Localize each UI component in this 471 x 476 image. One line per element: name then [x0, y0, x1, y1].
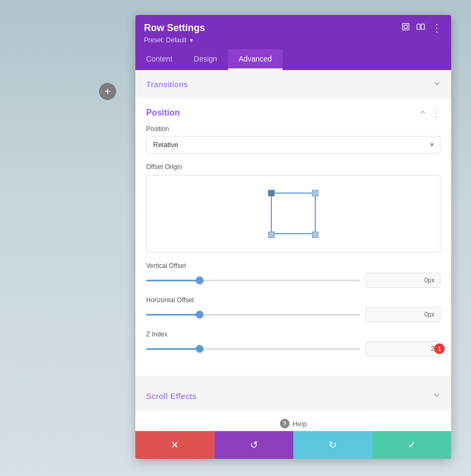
- position-more-icon[interactable]: ⋮: [431, 107, 440, 119]
- position-icons: ⋮: [419, 107, 440, 119]
- save-icon: ✓: [408, 439, 416, 451]
- vertical-offset-fill: [146, 280, 200, 281]
- svg-rect-0: [402, 24, 409, 30]
- panel-footer: ✕ ↺ ↻ ✓: [135, 431, 451, 459]
- redo-button[interactable]: ↻: [293, 431, 373, 459]
- z-index-input[interactable]: 2: [366, 341, 440, 356]
- add-element-button[interactable]: +: [99, 83, 116, 100]
- horizontal-offset-label: Horizontal Offset: [146, 296, 440, 304]
- position-section: Position ⋮ Position Static Relative Abso…: [135, 98, 451, 375]
- position-section-header: Position ⋮: [146, 98, 440, 125]
- horizontal-offset-track-bg: [146, 314, 360, 316]
- vertical-offset-row: Vertical Offset 0px: [146, 262, 440, 288]
- vertical-offset-slider-container: 0px: [146, 273, 440, 288]
- panel-header: Row Settings ⋮ Preset: Default: [135, 15, 451, 49]
- svg-rect-1: [404, 25, 407, 28]
- scroll-effects-chevron: [433, 391, 440, 401]
- horizontal-offset-thumb[interactable]: [196, 311, 203, 318]
- reset-button[interactable]: ↺: [215, 431, 294, 459]
- horizontal-offset-fill: [146, 314, 200, 316]
- vertical-offset-input[interactable]: 0px: [366, 273, 440, 288]
- tabs: Content Design Advanced: [135, 49, 451, 70]
- position-select-wrapper: Static Relative Absolute Fixed Sticky ▼: [146, 136, 440, 153]
- help-row[interactable]: ? Help: [135, 410, 451, 431]
- offset-origin-label: Offset Origin: [146, 163, 440, 171]
- scroll-effects-title: Scroll Effects: [146, 391, 196, 401]
- grid-border: [271, 193, 316, 234]
- header-icons: ⋮: [401, 21, 443, 34]
- preset-arrow: ▼: [188, 37, 194, 43]
- reset-icon: ↺: [250, 439, 258, 451]
- position-grid[interactable]: [267, 190, 320, 238]
- columns-icon[interactable]: [416, 22, 425, 33]
- z-index-badge: 1: [434, 343, 445, 354]
- more-options-icon[interactable]: ⋮: [431, 21, 443, 34]
- cancel-icon: ✕: [171, 439, 179, 451]
- z-index-fill: [146, 348, 200, 350]
- panel-content: Transitions Position ⋮: [135, 70, 451, 431]
- tab-advanced[interactable]: Advanced: [228, 49, 283, 70]
- section-gap: [135, 375, 451, 382]
- transitions-header[interactable]: Transitions: [135, 70, 451, 98]
- z-index-row: Z Index 2 1: [146, 331, 440, 356]
- horizontal-offset-track[interactable]: [146, 309, 360, 320]
- z-index-track-bg: [146, 348, 360, 350]
- settings-panel: Row Settings ⋮ Preset: Default: [135, 15, 451, 459]
- panel-header-top: Row Settings ⋮: [144, 21, 443, 34]
- tab-design[interactable]: Design: [183, 49, 228, 70]
- grid-handle-bottom-left[interactable]: [268, 232, 275, 238]
- preset-label[interactable]: Preset: Default ▼: [144, 36, 443, 44]
- plus-icon: +: [104, 86, 111, 98]
- tab-content[interactable]: Content: [135, 49, 183, 70]
- horizontal-offset-row: Horizontal Offset 0px: [146, 296, 440, 322]
- vertical-offset-thumb[interactable]: [196, 277, 203, 284]
- offset-origin-box[interactable]: [146, 175, 440, 252]
- expand-icon[interactable]: [401, 22, 410, 33]
- grid-handle-top-right[interactable]: [312, 190, 318, 196]
- position-collapse-icon[interactable]: [419, 109, 427, 118]
- z-index-thumb[interactable]: [196, 345, 203, 352]
- grid-handle-bottom-right[interactable]: [312, 232, 318, 238]
- vertical-offset-track-bg: [146, 280, 360, 281]
- z-index-track[interactable]: [146, 343, 360, 354]
- panel-title: Row Settings: [144, 22, 205, 34]
- z-index-label: Z Index: [146, 331, 440, 338]
- help-label: Help: [293, 420, 307, 428]
- scroll-effects-section: Scroll Effects: [135, 382, 451, 410]
- z-index-slider-container: 2 1: [146, 341, 440, 356]
- z-index-input-wrapper: 2 1: [366, 341, 440, 356]
- vertical-offset-track[interactable]: [146, 275, 360, 286]
- position-field-label: Position: [146, 125, 440, 133]
- svg-rect-3: [421, 24, 424, 29]
- position-section-title: Position: [146, 108, 180, 118]
- horizontal-offset-input[interactable]: 0px: [366, 307, 440, 322]
- transitions-section: Transitions: [135, 70, 451, 98]
- transitions-chevron: [433, 80, 440, 89]
- cancel-button[interactable]: ✕: [135, 431, 215, 459]
- transitions-title: Transitions: [146, 80, 188, 89]
- vertical-offset-label: Vertical Offset: [146, 262, 440, 270]
- help-icon: ?: [280, 419, 290, 428]
- redo-icon: ↻: [329, 439, 337, 451]
- svg-rect-2: [417, 24, 420, 29]
- horizontal-offset-slider-container: 0px: [146, 307, 440, 322]
- position-select[interactable]: Static Relative Absolute Fixed Sticky: [146, 136, 440, 153]
- grid-handle-top-left[interactable]: [268, 190, 275, 196]
- scroll-effects-header[interactable]: Scroll Effects: [135, 382, 451, 410]
- save-button[interactable]: ✓: [373, 431, 452, 459]
